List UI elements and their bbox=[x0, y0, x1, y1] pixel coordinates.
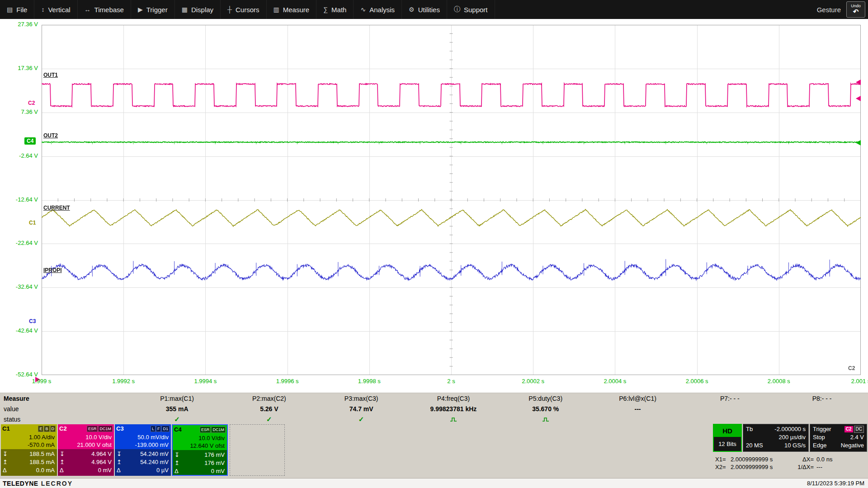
channel-cursor-row: ↧54.240 mV bbox=[117, 450, 169, 458]
y-axis-label: -32.64 V bbox=[0, 283, 38, 290]
channel-badge: DC1M bbox=[211, 427, 226, 433]
menu-item-vertical[interactable]: ↕Vertical bbox=[34, 0, 77, 19]
brand-lecroy: LECROY bbox=[41, 480, 73, 487]
channel-zero-marker-c3[interactable]: C3 bbox=[29, 318, 36, 324]
measure-header-row: Measure P1:max(C1)P2:max(C2)P3:max(C3)P4… bbox=[0, 393, 868, 404]
measure-p4-header[interactable]: P4:freq(C3) bbox=[407, 395, 500, 402]
measure-p6-value: --- bbox=[592, 405, 684, 413]
cursors-icon: ┼ bbox=[227, 6, 232, 13]
measure-p6-header[interactable]: P6:lvl@x(C1) bbox=[592, 395, 684, 402]
channel-badge: L bbox=[151, 426, 156, 432]
timebase-icon: ↔ bbox=[85, 6, 91, 13]
vertical-icon: ↕ bbox=[41, 6, 44, 13]
channel-box-c4[interactable]: C4ESRDC1M10.0 V/div12.640 V ofst↧176 mV↥… bbox=[172, 424, 228, 476]
trigger-level-marker-icon[interactable] bbox=[856, 80, 861, 85]
y-axis-label: -22.64 V bbox=[0, 239, 38, 246]
channel-scale-block: 10.0 V/div21.000 V ofst bbox=[58, 433, 114, 449]
cursor-delta-icon: Δ bbox=[117, 466, 121, 474]
channel-scale-block: 1.00 A/div-570.0 mA bbox=[1, 433, 57, 449]
menu-item-display[interactable]: ▦Display bbox=[175, 0, 221, 19]
x-axis-label: 1.999 s bbox=[32, 378, 52, 385]
channel-badge: D bbox=[50, 426, 56, 432]
x-axis-label: 1.9992 s bbox=[112, 378, 135, 385]
acquisition-hd-box[interactable]: HD 12 Bits bbox=[713, 424, 742, 452]
trigger-type-value: Edge bbox=[813, 441, 826, 450]
trigger-box[interactable]: Trigger C2 DC Stop 2.4 V Edge Negative bbox=[810, 424, 867, 452]
empty-channel-slot[interactable] bbox=[230, 424, 285, 476]
waveform-grid-canvas[interactable] bbox=[42, 25, 861, 375]
menu-item-file[interactable]: ▤File bbox=[0, 0, 34, 19]
channel-header: C4ESRDC1M bbox=[173, 425, 227, 434]
channel-badges: ESRDC1M bbox=[87, 426, 113, 432]
display-icon: ▦ bbox=[182, 6, 188, 13]
c4-level-marker-icon[interactable] bbox=[856, 140, 861, 145]
menu-item-label: Display bbox=[191, 6, 213, 14]
channel-scale-value: 50.0 mV/div bbox=[115, 433, 169, 441]
channel-header: C2ESRDC1M bbox=[58, 424, 114, 433]
datetime-label: 8/11/2023 5:39:19 PM bbox=[807, 480, 868, 487]
menu-item-trigger[interactable]: ▶Trigger bbox=[131, 0, 175, 19]
measure-p4-status bbox=[407, 416, 500, 423]
measure-p1-status: ✓ bbox=[131, 415, 223, 423]
gesture-label[interactable]: Gesture bbox=[817, 6, 841, 14]
brand-logo: TELEDYNE LECROY bbox=[0, 480, 73, 487]
measure-p8-header[interactable]: P8:- - - bbox=[776, 395, 868, 402]
measure-p5-status bbox=[500, 416, 592, 423]
x1-value: 2.0009999999 s bbox=[731, 455, 794, 463]
channel-badges: EBD bbox=[38, 426, 56, 432]
trigger-icon: ▶ bbox=[138, 6, 143, 13]
menu-item-timebase[interactable]: ↔Timebase bbox=[78, 0, 131, 19]
channel-zero-marker-c1[interactable]: C1 bbox=[29, 220, 36, 226]
measure-icon: ▥ bbox=[274, 6, 279, 13]
channel-zero-marker-c2[interactable]: C2 bbox=[28, 100, 35, 106]
undo-icon: ↶ bbox=[853, 8, 859, 15]
y-axis-label: 27.36 V bbox=[0, 21, 38, 28]
channel-box-c1[interactable]: C1EBD1.00 A/div-570.0 mA↧188.5 mA↥188.5 … bbox=[1, 424, 57, 476]
brand-teledyne: TELEDYNE bbox=[3, 480, 38, 487]
trigger-coupling-badge: DC bbox=[854, 426, 864, 433]
trace-label-ipropi: IPROPI bbox=[43, 267, 62, 273]
cursor-max-icon: ↥ bbox=[3, 458, 8, 466]
measure-status-row: status ✓✓✓ bbox=[0, 414, 868, 424]
x-axis-label: 2 s bbox=[447, 378, 455, 385]
cursor-delta-icon: Δ bbox=[60, 466, 64, 474]
x2-label: X2= bbox=[715, 463, 731, 471]
trigger-mode-value: Stop bbox=[813, 433, 825, 441]
menu-item-label: Math bbox=[331, 6, 346, 14]
grid-corner-channel-label: C2 bbox=[848, 365, 855, 371]
measure-p5-header[interactable]: P5:duty(C3) bbox=[500, 395, 592, 402]
x-axis-label: 1.9996 s bbox=[276, 378, 299, 385]
menu-item-support[interactable]: ⓘSupport bbox=[447, 0, 495, 19]
trigger-source-badge: C2 bbox=[844, 426, 853, 432]
x-axis-label: 2.0008 s bbox=[768, 378, 790, 385]
menu-item-analysis[interactable]: ∿Analysis bbox=[354, 0, 402, 19]
menu-item-utilities[interactable]: ⚙Utilities bbox=[402, 0, 447, 19]
channel-box-c2[interactable]: C2ESRDC1M10.0 V/div21.000 V ofst↧4.964 V… bbox=[58, 424, 114, 476]
timebase-box[interactable]: Tb -2.000000 s 200 µs/div 20 MS 10 GS/s bbox=[743, 424, 809, 452]
hd-mode-label: HD bbox=[714, 425, 741, 437]
x1-label: X1= bbox=[715, 455, 731, 463]
measure-p3-header[interactable]: P3:max(C3) bbox=[315, 395, 407, 402]
trace-label-out1: OUT1 bbox=[43, 72, 58, 78]
plot-area: OUT1 OUT2 CURRENT IPROPI C2 C4 C1 C3 C2 … bbox=[0, 19, 868, 393]
status-check-icon: ✓ bbox=[174, 415, 180, 423]
measure-p7-header[interactable]: P7:- - - bbox=[684, 395, 776, 402]
channel-badge: B bbox=[44, 426, 49, 432]
menu-item-math[interactable]: ∑Math bbox=[316, 0, 354, 19]
menu-item-cursors[interactable]: ┼Cursors bbox=[221, 0, 266, 19]
channel-offset-value: 12.640 V ofst bbox=[173, 442, 225, 450]
status-pulse-icon bbox=[450, 416, 457, 423]
channel-cursor-row: ↧4.964 V bbox=[60, 450, 112, 458]
c2-level-marker-icon[interactable] bbox=[856, 96, 861, 101]
measure-p1-header[interactable]: P1:max(C1) bbox=[131, 395, 223, 402]
channel-badge: ESR bbox=[200, 427, 211, 433]
menu-item-label: Measure bbox=[283, 6, 309, 14]
channel-zero-marker-c4[interactable]: C4 bbox=[24, 137, 36, 145]
undo-button[interactable]: Undo ↶ bbox=[846, 1, 865, 18]
channel-id-label: C1 bbox=[2, 425, 10, 432]
cursor-readout: X1= 2.0009999999 s ΔX= 0.0 ns X2= 2.0009… bbox=[715, 455, 867, 471]
y-axis-label: 7.36 V bbox=[0, 108, 38, 115]
channel-box-c3[interactable]: C3LFD150.0 mV/div-139.000 mV↧54.240 mV↥5… bbox=[115, 424, 171, 476]
menu-item-measure[interactable]: ▥Measure bbox=[267, 0, 317, 19]
measure-p2-header[interactable]: P2:max(C2) bbox=[223, 395, 315, 402]
